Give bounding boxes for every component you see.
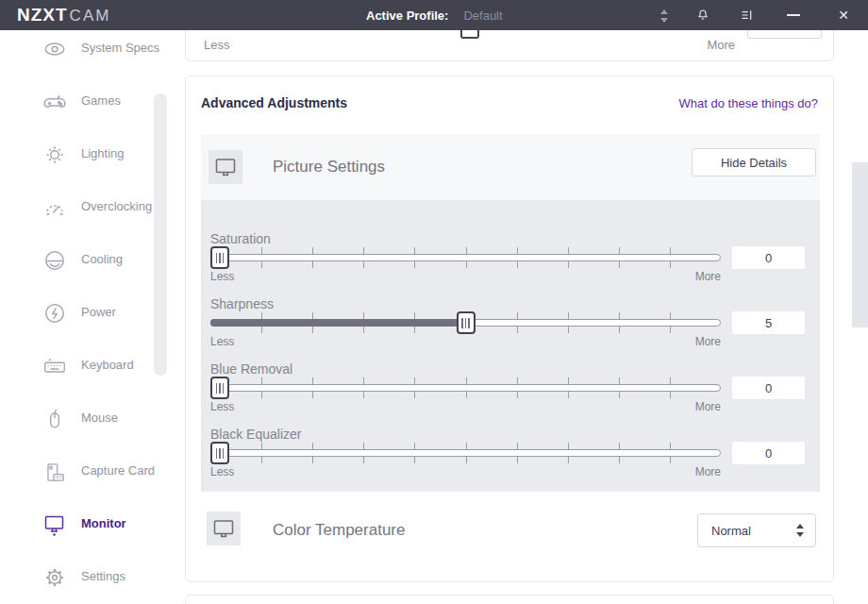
gamepad-icon: [42, 90, 67, 118]
slider-row-sharpness: Sharpness Less More: [201, 296, 820, 359]
slider-value-input[interactable]: [732, 442, 805, 464]
picture-settings-header: Picture Settings Hide Details: [201, 134, 820, 200]
sidebar-label: Lighting: [81, 146, 125, 160]
sidebar-item-lighting[interactable]: Lighting: [0, 141, 153, 171]
color-temperature-row: Color Temperature Normal: [186, 496, 835, 564]
close-button[interactable]: ✕: [836, 8, 851, 23]
more-label: More: [695, 465, 721, 478]
active-profile: Active Profile: Default: [366, 0, 503, 30]
profile-sort-icon[interactable]: [657, 8, 672, 24]
sidebar-item-monitor[interactable]: Monitor: [0, 511, 153, 541]
slider-label: Sharpness: [210, 296, 274, 311]
less-label: Less: [210, 465, 234, 478]
active-profile-value[interactable]: Default: [463, 8, 502, 23]
sidebar-item-power[interactable]: Power: [0, 299, 153, 329]
slider-track[interactable]: [210, 378, 721, 398]
sidebar-label: Mouse: [81, 411, 118, 425]
slider-handle[interactable]: [460, 30, 479, 39]
more-label: More: [695, 335, 721, 348]
monitor-icon: [209, 150, 242, 184]
sliders-panel: Saturation Less More Sharpness Less More: [201, 200, 820, 492]
dock-panel-icon[interactable]: [740, 8, 755, 23]
slider-row-saturation: Saturation Less More: [201, 231, 820, 294]
sidebar-label: Capture Card: [81, 463, 155, 478]
power-bolt-icon: [42, 301, 67, 329]
sidebar-label: System Specs: [81, 41, 159, 55]
sun-icon: [42, 143, 67, 171]
monitor-icon: [207, 512, 241, 545]
logo-nzxt: NZXT: [17, 5, 68, 25]
slider-label: Saturation: [210, 231, 271, 246]
keyboard-icon: [42, 354, 67, 382]
sidebar-label: Monitor: [81, 516, 126, 530]
more-label: More: [695, 270, 721, 283]
help-link[interactable]: What do these things do?: [679, 96, 818, 110]
card-partial-top: Less More: [185, 30, 834, 61]
eye-icon: [42, 37, 67, 65]
slider-track[interactable]: [210, 247, 721, 268]
slider-value-input[interactable]: [732, 246, 805, 269]
less-label: Less: [210, 270, 234, 283]
capture-card-icon: NZXT: [42, 460, 67, 488]
slider-value-input[interactable]: [732, 377, 805, 399]
notifications-bell-icon[interactable]: [695, 8, 710, 23]
cooling-icon: [42, 248, 67, 277]
sidebar: System Specs Games Lighting Overclocking: [0, 30, 185, 604]
slider-fill: [210, 319, 466, 327]
monitor-icon: [42, 512, 67, 541]
sidebar-label: Keyboard: [81, 358, 134, 372]
sidebar-item-mouse[interactable]: Mouse: [0, 405, 153, 435]
slider-less-label: Less: [204, 38, 229, 52]
sidebar-item-capture-card[interactable]: NZXT Capture Card: [0, 458, 153, 488]
slider-tube: [210, 254, 721, 261]
card-partial-bottom: [185, 595, 834, 604]
slider-track[interactable]: [210, 443, 721, 463]
section-title: Advanced Adjustments: [201, 95, 347, 110]
sidebar-label: Power: [81, 305, 116, 319]
slider-value-input[interactable]: [747, 30, 822, 39]
nzxt-cam-logo: NZXTCAM: [17, 5, 110, 25]
slider-tube: [210, 384, 721, 392]
more-label: More: [695, 400, 721, 413]
slider-handle[interactable]: [210, 442, 229, 464]
less-label: Less: [210, 400, 234, 413]
sidebar-item-games[interactable]: Games: [0, 88, 153, 118]
svg-text:NZXT: NZXT: [55, 476, 64, 479]
slider-row-black-equalizer: Black Equalizer Less More: [201, 427, 820, 489]
slider-label: Blue Removal: [210, 361, 292, 377]
slider-tube: [210, 449, 721, 457]
sidebar-label: Settings: [81, 569, 125, 583]
slider-handle[interactable]: [457, 311, 476, 334]
slider-row-blue-removal: Blue Removal Less More: [201, 361, 820, 424]
sidebar-item-overclocking[interactable]: Overclocking: [0, 193, 153, 224]
minimize-button[interactable]: [787, 14, 800, 16]
sidebar-scrollbar-thumb[interactable]: [154, 93, 167, 376]
less-label: Less: [210, 335, 234, 348]
slider-more-label: More: [707, 38, 735, 52]
logo-cam: CAM: [70, 7, 111, 25]
sidebar-label: Cooling: [81, 252, 123, 266]
gear-icon: [42, 565, 67, 594]
main-scrollbar-thumb[interactable]: [852, 162, 868, 327]
slider-handle[interactable]: [210, 377, 229, 399]
mouse-icon: [42, 407, 67, 435]
advanced-adjustments-card: Advanced Adjustments What do these thing…: [185, 76, 834, 582]
sidebar-item-keyboard[interactable]: Keyboard: [0, 352, 153, 382]
sidebar-label: Overclocking: [81, 199, 152, 213]
select-arrows-icon: [794, 524, 806, 537]
gauge-icon: [42, 195, 67, 224]
slider-handle[interactable]: [210, 246, 229, 269]
color-temperature-select[interactable]: Normal: [697, 513, 816, 547]
slider-value-input[interactable]: [732, 311, 805, 334]
sidebar-item-settings[interactable]: Settings: [0, 563, 153, 594]
slider-track[interactable]: [210, 312, 721, 333]
color-temperature-value: Normal: [711, 524, 751, 538]
color-temperature-title: Color Temperature: [273, 496, 405, 564]
sidebar-label: Games: [81, 93, 121, 108]
hide-details-button[interactable]: Hide Details: [692, 148, 816, 176]
title-bar: NZXTCAM Active Profile: Default ✕: [0, 0, 868, 30]
sidebar-item-system-specs[interactable]: System Specs: [0, 35, 153, 65]
picture-settings-title: Picture Settings: [273, 134, 385, 200]
active-profile-label: Active Profile:: [366, 8, 448, 23]
sidebar-item-cooling[interactable]: Cooling: [0, 246, 153, 277]
